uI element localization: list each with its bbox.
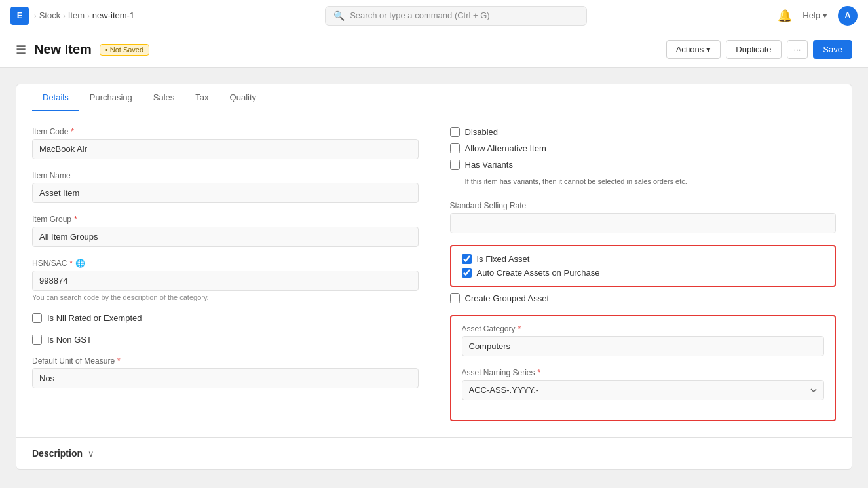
is-non-gst-checkbox-item: Is Non GST bbox=[32, 335, 419, 345]
breadcrumb: › Stock › Item › new-item-1 bbox=[34, 10, 134, 20]
create-grouped-checkbox-item: Create Grouped Asset bbox=[450, 293, 837, 303]
allow-alternative-checkbox-item: Allow Alternative Item bbox=[450, 143, 837, 153]
asset-naming-series-group: Asset Naming Series * ACC-ASS-.YYYY.- bbox=[462, 368, 825, 400]
help-menu[interactable]: Help ▾ bbox=[802, 10, 827, 20]
duplicate-label: Duplicate bbox=[736, 45, 771, 54]
top-checkboxes: Disabled Allow Alternative Item Has Vari… bbox=[450, 127, 837, 191]
allow-alternative-label: Allow Alternative Item bbox=[465, 143, 546, 153]
standard-selling-rate-group: Standard Selling Rate bbox=[450, 201, 837, 233]
top-nav-left: E › Stock › Item › new-item-1 bbox=[10, 7, 134, 25]
hsn-sac-label: HSN/SAC * 🌐 bbox=[32, 259, 419, 268]
asset-category-group: Asset Category * bbox=[462, 324, 825, 356]
is-fixed-asset-checkbox[interactable] bbox=[462, 254, 472, 264]
item-code-required: * bbox=[71, 127, 74, 136]
more-button[interactable]: ··· bbox=[787, 40, 808, 59]
asset-naming-series-required: * bbox=[538, 368, 541, 377]
search-placeholder: Search or type a command (Ctrl + G) bbox=[350, 10, 490, 20]
item-name-input[interactable] bbox=[32, 183, 419, 203]
form-right-column: Disabled Allow Alternative Item Has Vari… bbox=[450, 127, 837, 421]
app-icon[interactable]: E bbox=[10, 7, 29, 25]
form-left-column: Item Code * Item Name Item Group * bbox=[32, 127, 419, 421]
asset-category-label: Asset Category * bbox=[462, 324, 825, 333]
search-bar[interactable]: 🔍 Search or type a command (Ctrl + G) bbox=[325, 6, 587, 26]
variants-hint: If this item has variants, then it canno… bbox=[465, 178, 837, 185]
is-non-gst-label: Is Non GST bbox=[47, 335, 92, 345]
tab-sales[interactable]: Sales bbox=[143, 84, 185, 111]
breadcrumb-sep-0: › bbox=[34, 12, 37, 20]
page-header-right: Actions ▾ Duplicate ··· Save bbox=[666, 40, 852, 59]
duplicate-button[interactable]: Duplicate bbox=[726, 40, 781, 59]
asset-category-required: * bbox=[518, 324, 521, 333]
auto-create-checkbox-item: Auto Create Assets on Purchase bbox=[462, 268, 825, 278]
has-variants-checkbox-item: Has Variants bbox=[450, 160, 837, 170]
avatar[interactable]: A bbox=[838, 6, 858, 26]
search-icon: 🔍 bbox=[333, 10, 345, 21]
save-label: Save bbox=[823, 45, 842, 54]
breadcrumb-stock[interactable]: Stock bbox=[39, 10, 61, 20]
tab-details[interactable]: Details bbox=[32, 84, 79, 111]
auto-create-checkbox[interactable] bbox=[462, 268, 472, 278]
create-grouped-checkbox[interactable] bbox=[450, 293, 460, 303]
has-variants-label: Has Variants bbox=[465, 160, 513, 170]
asset-naming-series-select[interactable]: ACC-ASS-.YYYY.- bbox=[462, 380, 825, 400]
standard-selling-rate-input[interactable] bbox=[450, 213, 837, 233]
description-chevron-icon: ∨ bbox=[88, 449, 94, 459]
item-code-label: Item Code * bbox=[32, 127, 419, 136]
actions-button[interactable]: Actions ▾ bbox=[666, 40, 721, 59]
page-header: ☰ New Item • Not Saved Actions ▾ Duplica… bbox=[0, 31, 868, 68]
asset-details-box: Asset Category * Asset Naming Series * A bbox=[450, 315, 837, 421]
is-non-gst-checkbox[interactable] bbox=[32, 335, 42, 345]
main-content: Details Purchasing Sales Tax Quality Ite… bbox=[0, 68, 868, 488]
more-icon: ··· bbox=[794, 45, 801, 54]
breadcrumb-sep-2: › bbox=[87, 12, 90, 20]
is-nil-checkbox[interactable] bbox=[32, 313, 42, 323]
description-label: Description bbox=[32, 448, 83, 459]
is-nil-label: Is Nil Rated or Exempted bbox=[47, 313, 142, 323]
help-label: Help bbox=[802, 10, 820, 20]
search-container: 🔍 Search or type a command (Ctrl + G) bbox=[325, 6, 587, 26]
allow-alternative-checkbox[interactable] bbox=[450, 143, 460, 153]
globe-icon: 🌐 bbox=[75, 259, 85, 268]
is-fixed-asset-label: Is Fixed Asset bbox=[477, 254, 530, 264]
help-chevron-icon: ▾ bbox=[823, 10, 827, 20]
notification-bell-icon[interactable]: 🔔 bbox=[778, 9, 792, 23]
top-nav-right: 🔔 Help ▾ A bbox=[778, 6, 858, 26]
item-code-input[interactable] bbox=[32, 139, 419, 159]
create-grouped-label: Create Grouped Asset bbox=[465, 293, 550, 303]
tab-tax[interactable]: Tax bbox=[185, 84, 219, 111]
sidebar-toggle-icon[interactable]: ☰ bbox=[16, 43, 26, 57]
is-non-gst-group: Is Non GST bbox=[32, 335, 419, 345]
actions-chevron-icon: ▾ bbox=[706, 45, 711, 54]
description-section[interactable]: Description ∨ bbox=[16, 437, 852, 469]
default-uom-group: Default Unit of Measure * bbox=[32, 356, 419, 388]
page-title: New Item bbox=[34, 42, 92, 57]
breadcrumb-sep-1: › bbox=[63, 12, 66, 20]
breadcrumb-item[interactable]: Item bbox=[68, 10, 85, 20]
disabled-label: Disabled bbox=[465, 127, 499, 137]
item-name-group: Item Name bbox=[32, 171, 419, 203]
item-group-label: Item Group * bbox=[32, 215, 419, 224]
hsn-sac-group: HSN/SAC * 🌐 You can search code by the d… bbox=[32, 259, 419, 301]
form-card: Details Purchasing Sales Tax Quality Ite… bbox=[16, 84, 852, 470]
has-variants-checkbox[interactable] bbox=[450, 160, 460, 170]
tabs: Details Purchasing Sales Tax Quality bbox=[16, 84, 852, 111]
top-nav: E › Stock › Item › new-item-1 🔍 Search o… bbox=[0, 0, 868, 31]
disabled-checkbox-item: Disabled bbox=[450, 127, 837, 137]
asset-naming-series-container: ACC-ASS-.YYYY.- bbox=[462, 380, 825, 400]
asset-naming-series-label: Asset Naming Series * bbox=[462, 368, 825, 377]
is-nil-checkbox-item: Is Nil Rated or Exempted bbox=[32, 313, 419, 323]
save-button[interactable]: Save bbox=[813, 40, 852, 59]
item-group-input[interactable] bbox=[32, 227, 419, 247]
asset-category-input[interactable] bbox=[462, 336, 825, 356]
tab-quality[interactable]: Quality bbox=[219, 84, 267, 111]
item-code-group: Item Code * bbox=[32, 127, 419, 159]
is-nil-group: Is Nil Rated or Exempted bbox=[32, 313, 419, 323]
item-group-required: * bbox=[74, 215, 77, 224]
disabled-checkbox[interactable] bbox=[450, 127, 460, 137]
not-saved-badge: • Not Saved bbox=[100, 44, 149, 56]
item-group-group: Item Group * bbox=[32, 215, 419, 247]
hsn-sac-input[interactable] bbox=[32, 271, 419, 291]
tab-purchasing[interactable]: Purchasing bbox=[79, 84, 143, 111]
create-grouped-group: Create Grouped Asset bbox=[450, 293, 837, 303]
default-uom-input[interactable] bbox=[32, 368, 419, 388]
